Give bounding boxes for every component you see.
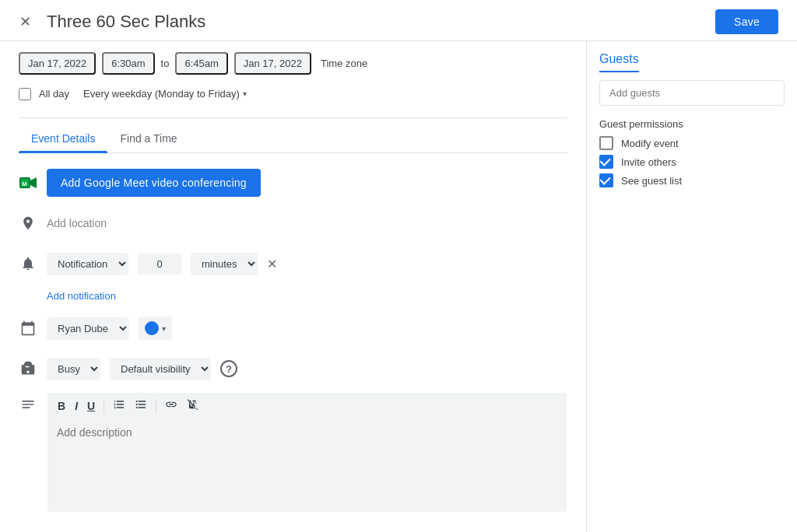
visibility-select[interactable]: Default visibility [110, 358, 211, 380]
modify-event-checkbox[interactable] [599, 136, 613, 150]
description-icon [19, 392, 37, 411]
google-meet-icon: M [19, 173, 37, 192]
right-panel: Guests Guest permissions Modify event In… [587, 41, 797, 532]
notification-unit-select[interactable]: minutes [191, 253, 258, 275]
recurrence-button[interactable]: Every weekday (Monday to Friday) ▾ [77, 84, 253, 103]
recurrence-chevron-icon: ▾ [243, 89, 247, 98]
see-guest-list-label: See guest list [621, 175, 682, 187]
description-box: B I U [47, 392, 567, 515]
permission-invite-others: Invite others [599, 155, 785, 169]
unordered-list-button[interactable] [131, 396, 151, 415]
add-guests-input[interactable] [599, 80, 785, 106]
see-guest-list-checkbox[interactable] [599, 173, 613, 187]
ordered-list-button[interactable] [109, 396, 129, 415]
notification-type-select[interactable]: Notification [47, 253, 128, 275]
guests-title: Guests [599, 41, 639, 72]
guest-permissions-title: Guest permissions [599, 118, 785, 130]
invite-others-label: Invite others [621, 156, 676, 168]
timezone-button[interactable]: Time zone [318, 54, 370, 73]
tab-find-a-time[interactable]: Find a Time [107, 124, 189, 152]
remove-notification-button[interactable]: ✕ [267, 257, 277, 271]
description-textarea[interactable] [47, 418, 567, 512]
event-title: Three 60 Sec Planks [47, 12, 706, 32]
add-meet-button[interactable]: Add Google Meet video conferencing [47, 169, 261, 197]
busy-status-select[interactable]: Busy [47, 358, 100, 380]
color-chevron-icon: ▾ [162, 324, 166, 333]
left-panel: Jan 17, 2022 6:30am to 6:45am Jan 17, 20… [0, 41, 587, 532]
start-time-chip[interactable]: 6:30am [102, 52, 154, 75]
help-icon[interactable]: ? [220, 360, 237, 377]
modify-event-label: Modify event [621, 138, 679, 149]
main-content: Jan 17, 2022 6:30am to 6:45am Jan 17, 20… [0, 41, 797, 532]
invite-others-checkbox[interactable] [599, 155, 613, 169]
form-section: M Add Google Meet video conferencing [19, 166, 567, 515]
end-date-chip[interactable]: Jan 17, 2022 [234, 52, 311, 75]
bold-button[interactable]: B [54, 397, 69, 415]
meet-icon: M [19, 173, 37, 192]
header-divider [19, 117, 567, 118]
status-row: Busy Default visibility ? [19, 352, 567, 386]
start-date-chip[interactable]: Jan 17, 2022 [19, 52, 96, 75]
location-input[interactable] [47, 211, 567, 236]
link-button[interactable] [161, 396, 181, 415]
calendar-row: Ryan Dube ▾ [19, 311, 567, 345]
notification-minutes-input[interactable] [138, 254, 181, 275]
toolbar-divider-2 [156, 399, 156, 413]
underline-button[interactable]: U [83, 397, 99, 415]
italic-button[interactable]: I [71, 397, 82, 415]
add-notification-button[interactable]: Add notification [47, 287, 116, 305]
description-row: B I U [19, 392, 567, 515]
time-separator: to [161, 58, 170, 69]
allday-checkbox[interactable] [19, 88, 31, 100]
recurrence-label: Every weekday (Monday to Friday) [83, 88, 240, 100]
calendar-color-dot [145, 321, 159, 335]
permission-see-guest-list: See guest list [599, 173, 785, 187]
meet-row: M Add Google Meet video conferencing [19, 166, 567, 200]
location-row [19, 206, 567, 240]
allday-label: All day [39, 88, 69, 100]
allday-row: All day Every weekday (Monday to Friday)… [19, 81, 567, 114]
datetime-row: Jan 17, 2022 6:30am to 6:45am Jan 17, 20… [19, 41, 567, 81]
tabs-row: Event Details Find a Time [19, 121, 567, 153]
location-icon [19, 214, 37, 233]
notification-row: Notification minutes ✕ [19, 247, 567, 281]
tab-event-details[interactable]: Event Details [19, 124, 107, 152]
bell-icon [19, 254, 37, 273]
header: ✕ Three 60 Sec Planks Save [0, 0, 797, 41]
toolbar-divider-1 [104, 399, 104, 413]
add-notification-row: Add notification [47, 287, 567, 305]
end-time-chip[interactable]: 6:45am [175, 52, 227, 75]
permission-modify-event: Modify event [599, 136, 785, 150]
svg-text:M: M [22, 180, 27, 187]
calendar-color-button[interactable]: ▾ [139, 317, 172, 340]
briefcase-icon [19, 359, 37, 378]
description-toolbar: B I U [47, 393, 567, 418]
calendar-owner-select[interactable]: Ryan Dube [47, 317, 129, 340]
page-container: ✕ Three 60 Sec Planks Save Jan 17, 2022 … [0, 0, 797, 532]
calendar-icon [19, 319, 37, 338]
remove-format-button[interactable] [183, 396, 203, 415]
save-button[interactable]: Save [715, 9, 778, 34]
svg-marker-2 [30, 177, 37, 188]
close-button[interactable]: ✕ [12, 9, 37, 34]
